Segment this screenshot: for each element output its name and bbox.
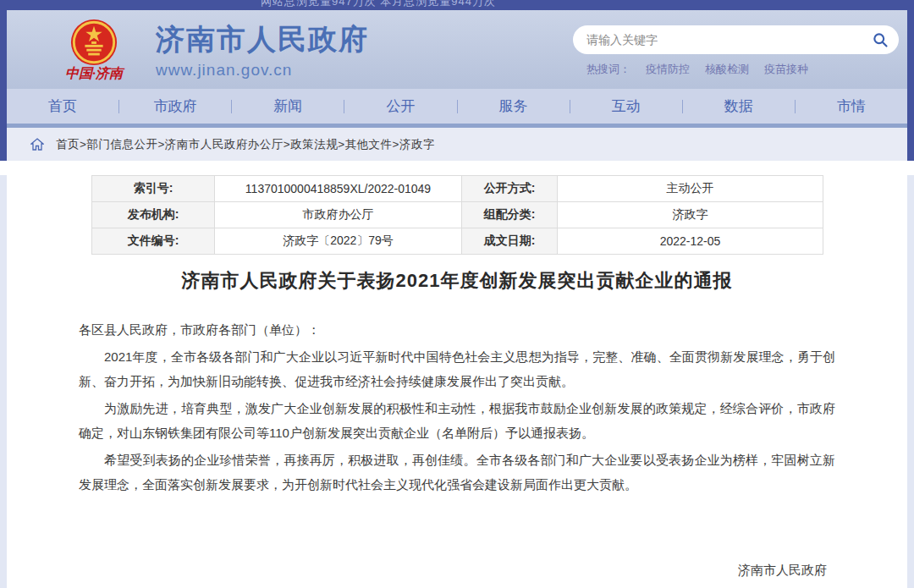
signature: 济南市人民政府 xyxy=(7,563,827,579)
site-name[interactable]: 济南市人民政府 xyxy=(156,20,369,59)
site-logo[interactable]: 中国·济南 xyxy=(47,16,140,83)
info-label: 发布机构: xyxy=(92,202,215,228)
info-value: 济政字 xyxy=(558,202,823,228)
nav-item-data[interactable]: 数据 xyxy=(683,96,795,116)
hot-search-label: 热搜词： xyxy=(586,62,630,77)
nav-item-city-info[interactable]: 市情 xyxy=(796,96,907,116)
info-label: 文件编号: xyxy=(92,228,215,255)
hot-search-term[interactable]: 核酸检测 xyxy=(705,62,749,77)
search-area: 热搜词： 疫情防控 核酸检测 疫苗接种 xyxy=(573,25,899,77)
nav-item-government[interactable]: 市政府 xyxy=(119,96,231,116)
document-body: 各区县人民政府，市政府各部门（单位）： 2021年度，全市各级各部门和广大企业以… xyxy=(79,317,835,497)
search-input[interactable] xyxy=(586,33,872,47)
top-ticker-bar: 网站总浏览量947万次 本月总浏览量944万次 xyxy=(7,0,907,10)
top-section: 网站总浏览量947万次 本月总浏览量944万次 中国·济南 济南市人民政府 ww… xyxy=(0,0,914,161)
site-title-block: 济南市人民政府 www.jinan.gov.cn xyxy=(156,20,369,80)
info-label: 成文日期: xyxy=(462,228,558,255)
body-paragraph: 为激励先进，培育典型，激发广大企业创新发展的积极性和主动性，根据我市鼓励企业创新… xyxy=(79,396,835,445)
info-label: 索引号: xyxy=(92,176,215,202)
document-title: 济南市人民政府关于表扬2021年度创新发展突出贡献企业的通报 xyxy=(7,268,907,294)
site-url[interactable]: www.jinan.gov.cn xyxy=(156,61,369,80)
national-emblem-icon xyxy=(69,18,118,67)
info-value: 市政府办公厅 xyxy=(215,202,462,228)
document-info-table: 索引号: 1137010000418859XL/2022-01049 公开方式:… xyxy=(91,175,823,255)
site-header: 中国·济南 济南市人民政府 www.jinan.gov.cn 热搜词： 疫情防控… xyxy=(7,10,907,89)
hot-search-term[interactable]: 疫苗接种 xyxy=(764,62,808,77)
logo-caption: 中国·济南 xyxy=(47,65,140,83)
search-icon[interactable] xyxy=(872,31,889,48)
nav-item-interaction[interactable]: 互动 xyxy=(570,96,682,116)
document-content: 索引号: 1137010000418859XL/2022-01049 公开方式:… xyxy=(0,175,914,588)
nav-item-services[interactable]: 服务 xyxy=(458,96,570,116)
salutation: 各区县人民政府，市政府各部门（单位）： xyxy=(79,317,835,342)
nav-item-home[interactable]: 首页 xyxy=(7,96,118,116)
breadcrumb-path[interactable]: 首页>部门信息公开>济南市人民政府办公厅>政策法规>其他文件>济政字 xyxy=(56,137,435,152)
body-paragraph: 2021年度，全市各级各部门和广大企业以习近平新时代中国特色社会主义思想为指导，… xyxy=(79,344,835,393)
nav-item-news[interactable]: 新闻 xyxy=(232,96,344,116)
table-row: 发布机构: 市政府办公厅 组配分类: 济政字 xyxy=(92,202,823,228)
search-box xyxy=(573,25,899,54)
info-value: 1137010000418859XL/2022-01049 xyxy=(215,176,462,202)
info-label: 组配分类: xyxy=(462,202,558,228)
info-label: 公开方式: xyxy=(462,176,558,202)
body-paragraph: 希望受到表扬的企业珍惜荣誉，再接再厉，积极进取，再创佳绩。全市各级各部门和广大企… xyxy=(79,448,835,497)
breadcrumb: 首页>部门信息公开>济南市人民政府办公厅>政策法规>其他文件>济政字 xyxy=(7,128,907,161)
table-row: 文件编号: 济政字〔2022〕79号 成文日期: 2022-12-05 xyxy=(92,228,823,255)
info-value: 济政字〔2022〕79号 xyxy=(215,228,462,255)
main-nav: 首页 市政府 新闻 公开 服务 互动 数据 市情 xyxy=(7,89,907,124)
hot-search-row: 热搜词： 疫情防控 核酸检测 疫苗接种 xyxy=(573,62,899,77)
table-row: 索引号: 1137010000418859XL/2022-01049 公开方式:… xyxy=(92,176,823,202)
home-icon[interactable] xyxy=(30,138,44,151)
info-value: 2022-12-05 xyxy=(558,228,823,255)
ticker-text: 网站总浏览量947万次 本月总浏览量944万次 xyxy=(7,0,907,9)
nav-item-disclosure[interactable]: 公开 xyxy=(344,96,456,116)
hot-search-term[interactable]: 疫情防控 xyxy=(646,62,690,77)
info-value: 主动公开 xyxy=(558,176,823,202)
